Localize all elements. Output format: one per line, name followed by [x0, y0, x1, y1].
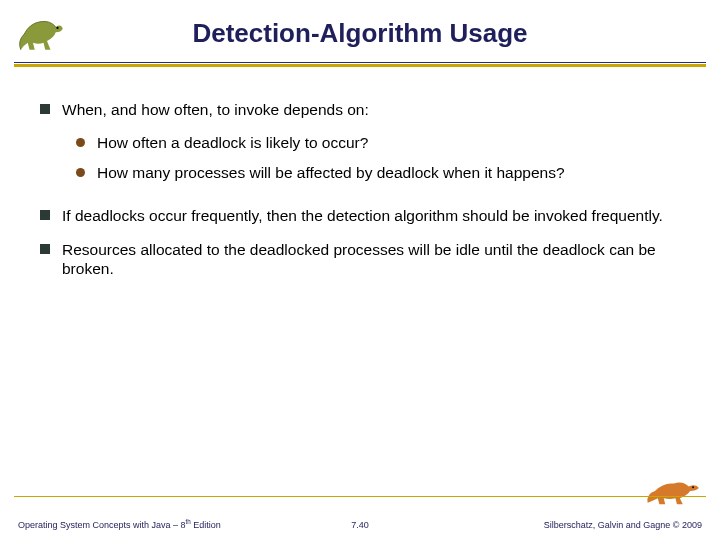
bullet-text: How often a deadlock is likely to occur?: [97, 133, 680, 152]
footer-rule: [14, 496, 706, 497]
bullet-text: How many processes will be affected by d…: [97, 163, 680, 182]
slide-footer: Operating System Concepts with Java – 8t…: [0, 490, 720, 540]
svg-point-1: [692, 486, 694, 488]
title-rule: [0, 62, 720, 68]
svg-point-0: [56, 27, 58, 29]
bullet-text: Resources allocated to the deadlocked pr…: [62, 240, 680, 279]
dinosaur-icon: [12, 6, 68, 62]
bullet-level2: How often a deadlock is likely to occur?: [76, 133, 680, 152]
bullet-level1: If deadlocks occur frequently, then the …: [40, 206, 680, 225]
slide-header: Detection-Algorithm Usage: [0, 0, 720, 78]
slide-content: When, and how often, to invoke depends o…: [0, 78, 720, 278]
square-bullet-icon: [40, 210, 50, 220]
footer-copyright: Silberschatz, Galvin and Gagne © 2009: [544, 520, 702, 530]
square-bullet-icon: [40, 244, 50, 254]
slide-title: Detection-Algorithm Usage: [0, 18, 720, 49]
bullet-level1: Resources allocated to the deadlocked pr…: [40, 240, 680, 279]
circle-bullet-icon: [76, 138, 85, 147]
bullet-text: If deadlocks occur frequently, then the …: [62, 206, 680, 225]
circle-bullet-icon: [76, 168, 85, 177]
bullet-level1: When, and how often, to invoke depends o…: [40, 100, 680, 119]
square-bullet-icon: [40, 104, 50, 114]
bullet-text: When, and how often, to invoke depends o…: [62, 100, 680, 119]
bullet-level2: How many processes will be affected by d…: [76, 163, 680, 182]
